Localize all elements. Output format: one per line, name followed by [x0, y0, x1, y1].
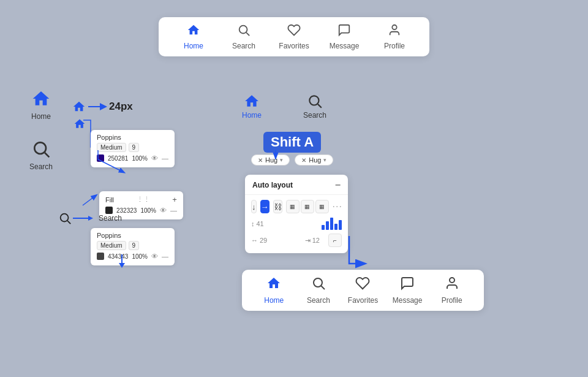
svg-line-8	[67, 221, 70, 224]
svg-line-4	[45, 153, 49, 157]
svg-point-13	[309, 96, 318, 105]
eye-icon-search: 👁	[160, 207, 167, 214]
font-name-top: Poppins	[97, 134, 121, 141]
size-24px-label: 24px	[109, 101, 133, 113]
nav-label-home: Home	[184, 42, 203, 50]
bar-5	[339, 220, 342, 230]
bnav-message[interactable]: Message	[391, 276, 424, 305]
al-close-button[interactable]: −	[335, 180, 341, 191]
search-text-label: Search	[99, 214, 122, 223]
svg-line-16	[321, 286, 325, 290]
al-chain-btn[interactable]: ⛓	[273, 200, 282, 213]
color-swatch-bot	[97, 253, 104, 260]
al-val3-icon: ⇥	[305, 237, 311, 245]
font-size-top: 9	[129, 143, 140, 152]
al-val2-icon: ↔	[251, 237, 258, 244]
al-corner-btn[interactable]: ⌐	[328, 234, 342, 247]
hug-chevron-2: ▾	[323, 157, 326, 163]
bar-chart-icon	[322, 218, 342, 230]
nav-item-favorites[interactable]: Favorites	[279, 23, 309, 50]
minus-icon-top: —	[162, 154, 168, 162]
bar-2	[326, 221, 329, 230]
color-hex-top: 250281	[108, 155, 128, 162]
al-grid-1[interactable]: ▦	[286, 200, 300, 213]
bottom-nav-result: Home Search Favorites Message Profile	[242, 270, 484, 311]
message-icon	[337, 23, 351, 40]
al-title: Auto layout	[252, 181, 293, 189]
top-nav-bar: Home Search Favorites Message Profile	[159, 17, 429, 56]
hug-pill-1[interactable]: ✕ Hug ▾	[251, 154, 290, 166]
svg-marker-12	[119, 263, 125, 268]
hug-pill-2[interactable]: ✕ Hug ▾	[295, 154, 333, 166]
design-home-icon: Home	[242, 93, 262, 120]
left-icons-section: Home Search	[29, 89, 53, 238]
eye-icon-top: 👁	[151, 154, 158, 162]
nav-item-message[interactable]: Message	[329, 23, 360, 50]
plus-icon: +	[172, 195, 177, 204]
svg-point-2	[392, 25, 396, 29]
nav-label-message: Message	[330, 42, 360, 50]
nav-item-home[interactable]: Home	[178, 23, 209, 50]
left-home-label: Home	[31, 112, 51, 121]
svg-marker-10	[88, 216, 93, 221]
search-icon	[237, 23, 251, 40]
hug-chevron-1: ▾	[280, 157, 283, 163]
home-font-panel-bot: Poppins Medium 9 434343 100% 👁 —	[91, 228, 175, 265]
bnav-favorites-icon	[355, 276, 370, 294]
bnav-message-icon	[400, 276, 415, 294]
design-search-icon: Search	[303, 93, 326, 120]
home-panel-icon	[74, 118, 86, 130]
al-down-btn[interactable]: ↓	[251, 200, 257, 213]
al-val1-field: ↕ 41	[251, 220, 264, 227]
al-grid-btns: ▦ ▦ ▦	[286, 200, 329, 213]
font-size-bot: 9	[129, 241, 140, 250]
al-controls-row: ↓ → ⛓ ▦ ▦ ▦ ···	[251, 200, 342, 213]
al-grid-2[interactable]: ▦	[301, 200, 314, 213]
bar-1	[322, 225, 325, 230]
bar-3	[330, 218, 333, 230]
al-grid-3[interactable]: ▦	[315, 200, 329, 213]
hug-x-1: ✕	[258, 157, 263, 164]
bnav-home-label: Home	[264, 296, 284, 305]
al-more-btn[interactable]: ···	[333, 201, 342, 212]
minus-icon-bot: —	[162, 253, 168, 260]
size-annotation: 24px	[72, 100, 133, 113]
fill-label: Fill	[105, 196, 114, 204]
opacity-top: 100%	[132, 155, 148, 162]
home-icon	[187, 23, 200, 40]
design-home-label: Home	[242, 111, 262, 120]
al-val3-field: ⇥ 12	[305, 237, 320, 245]
nav-label-profile: Profile	[384, 42, 405, 50]
bnav-favorites[interactable]: Favorites	[346, 276, 380, 305]
left-search-label: Search	[29, 162, 53, 171]
design-search-label: Search	[303, 111, 326, 120]
al-val1-icon: ↕	[251, 220, 255, 227]
nav-item-profile[interactable]: Profile	[379, 23, 410, 50]
nav-item-search[interactable]: Search	[228, 23, 259, 50]
left-home-icon	[31, 89, 51, 111]
bnav-search-icon	[311, 276, 326, 294]
left-home-icon-row: Home	[29, 89, 53, 121]
bnav-search[interactable]: Search	[301, 276, 335, 305]
minus-icon-search: —	[170, 207, 177, 214]
bnav-profile[interactable]: Profile	[435, 276, 469, 305]
svg-point-0	[239, 26, 247, 34]
bnav-home[interactable]: Home	[257, 276, 291, 305]
al-right-btn[interactable]: →	[260, 200, 270, 213]
bnav-search-label: Search	[307, 296, 330, 305]
font-weight-bot: Medium	[97, 241, 126, 250]
auto-layout-panel: Auto layout − ↓ → ⛓ ▦ ▦ ▦ ··· ↕ 41	[245, 175, 348, 253]
svg-line-1	[246, 32, 249, 36]
al-body: ↓ → ⛓ ▦ ▦ ▦ ··· ↕ 41	[245, 195, 348, 253]
svg-point-3	[34, 142, 46, 154]
al-val1: 41	[257, 220, 264, 227]
grid-icon: ⋮⋮	[137, 196, 150, 204]
al-val2: 29	[260, 237, 267, 244]
home-font-panel-top: Poppins Medium 9 250281 100% 👁 —	[91, 130, 175, 167]
svg-point-7	[61, 214, 69, 222]
opacity-bot: 100%	[132, 253, 148, 260]
svg-point-17	[450, 278, 454, 283]
left-search-icon-row: Search	[29, 139, 53, 171]
down-arrow-bot	[118, 254, 126, 272]
font-name-bot: Poppins	[97, 232, 121, 239]
